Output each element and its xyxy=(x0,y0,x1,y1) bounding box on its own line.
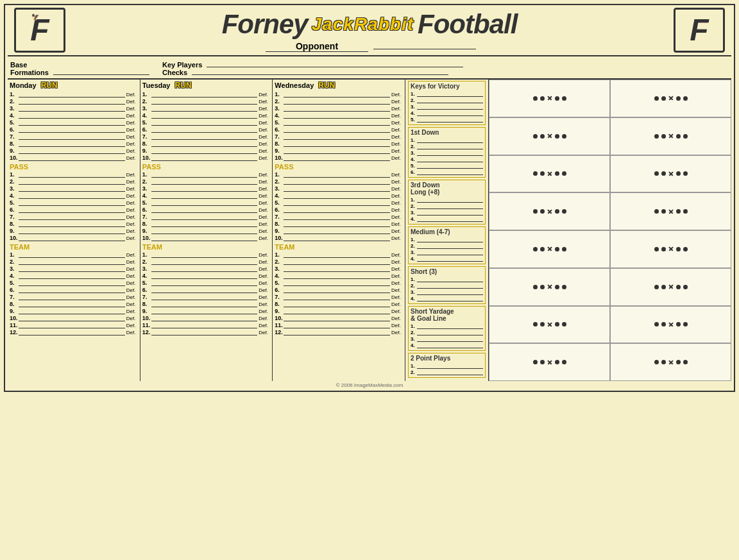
keys-line: 1. xyxy=(411,363,483,369)
formation-dots xyxy=(533,360,566,365)
filled-dot xyxy=(654,134,659,139)
diagram-cell xyxy=(610,155,731,193)
filled-dot xyxy=(533,134,538,139)
x-dot xyxy=(668,284,674,289)
play-blank xyxy=(151,112,258,119)
play-num: 10. xyxy=(142,235,151,241)
play-blank xyxy=(19,266,125,272)
filled-dot xyxy=(562,134,566,139)
play-blank xyxy=(284,221,390,227)
play-num: 8. xyxy=(275,301,284,307)
diagram-cell xyxy=(610,268,731,306)
play-num: 4. xyxy=(10,192,19,199)
keys-line: 3. xyxy=(411,150,483,156)
def-label: Def. xyxy=(391,113,403,119)
def-label: Def. xyxy=(391,316,403,321)
play-num: 3. xyxy=(275,105,284,112)
play-num: 8. xyxy=(142,140,151,147)
play-blank xyxy=(19,148,125,154)
play-num: 3. xyxy=(10,266,19,272)
play-blank xyxy=(284,119,390,126)
filled-dot xyxy=(683,96,688,101)
filled-dot xyxy=(555,96,559,101)
def-label: Def. xyxy=(126,148,138,154)
formation-dots xyxy=(533,133,566,139)
play-num: 2. xyxy=(275,98,284,105)
filled-dot xyxy=(533,322,538,327)
keys-line: 1. xyxy=(411,137,483,143)
def-label: Def. xyxy=(259,179,270,185)
diagram-cell xyxy=(489,155,610,193)
play-line: 7.Def. xyxy=(142,214,271,220)
keys-line: 2. xyxy=(411,243,483,249)
checks-blank xyxy=(192,74,448,75)
play-blank xyxy=(284,228,390,234)
play-line: 4.Def. xyxy=(10,273,138,279)
keys-line-blank xyxy=(417,144,483,149)
play-blank xyxy=(284,308,390,314)
tuesday-run-section: 1.Def.2.Def.3.Def.4.Def.5.Def.6.Def.7.De… xyxy=(142,91,271,161)
def-label: Def. xyxy=(126,235,138,241)
play-num: 5. xyxy=(142,199,151,206)
play-num: 1. xyxy=(10,251,19,258)
def-label: Def. xyxy=(259,330,270,335)
play-line: 7.Def. xyxy=(275,133,403,140)
keys-line-blank xyxy=(417,98,483,103)
def-label: Def. xyxy=(126,294,138,300)
play-num: 4. xyxy=(142,273,151,279)
logo-f-left: 🦅 F xyxy=(14,8,65,53)
formation-dots xyxy=(654,360,688,365)
keys-line-blank xyxy=(417,323,483,329)
play-num: 8. xyxy=(142,221,151,227)
def-label: Def. xyxy=(126,193,138,199)
filled-dot xyxy=(676,96,681,101)
medium-section: Medium (4-7) 1.2.3.4. xyxy=(408,226,486,264)
play-line: 4.Def. xyxy=(10,112,138,119)
def-label: Def. xyxy=(391,106,403,112)
filled-dot xyxy=(683,285,688,289)
play-num: 2. xyxy=(10,98,19,105)
play-blank xyxy=(19,155,125,161)
formation-dots xyxy=(654,133,688,139)
def-label: Def. xyxy=(126,259,138,265)
filled-dot xyxy=(661,285,666,289)
play-num: 9. xyxy=(142,308,151,314)
play-line: 5.Def. xyxy=(142,119,271,126)
play-line: 1.Def. xyxy=(10,171,138,178)
filled-dot xyxy=(683,209,688,214)
play-blank xyxy=(19,322,125,328)
def-label: Def. xyxy=(259,214,270,220)
keys-victory-title: Keys for Victory xyxy=(411,83,483,90)
play-num: 9. xyxy=(275,148,284,154)
def-label: Def. xyxy=(259,193,270,199)
def-label: Def. xyxy=(126,221,138,227)
keys-line-num: 2. xyxy=(411,203,417,209)
def-label: Def. xyxy=(126,214,138,220)
filled-dot xyxy=(555,171,559,176)
def-label: Def. xyxy=(259,92,270,98)
def-label: Def. xyxy=(126,316,138,321)
play-num: 3. xyxy=(10,185,19,192)
play-num: 1. xyxy=(275,251,284,258)
play-blank xyxy=(151,133,258,140)
def-label: Def. xyxy=(126,99,138,105)
play-line: 10.Def. xyxy=(275,155,403,161)
def-label: Def. xyxy=(391,221,403,227)
play-num: 6. xyxy=(142,287,151,293)
play-blank xyxy=(151,266,258,272)
play-num: 9. xyxy=(275,228,284,234)
filled-dot xyxy=(654,360,659,364)
play-line: 10.Def. xyxy=(142,235,271,241)
keys-line-blank xyxy=(417,237,483,242)
play-line: 5.Def. xyxy=(142,199,271,206)
play-num: 2. xyxy=(275,178,284,185)
formation-dots xyxy=(654,96,688,101)
def-label: Def. xyxy=(391,259,403,265)
play-blank xyxy=(284,294,390,300)
play-num: 8. xyxy=(275,140,284,147)
play-line: 2.Def. xyxy=(142,178,271,185)
play-num: 3. xyxy=(142,185,151,192)
play-num: 6. xyxy=(10,287,19,293)
keys-line-blank xyxy=(417,117,483,123)
third-down-long-section: 3rd DownLong (+8) 1.2.3.4. xyxy=(408,180,486,225)
